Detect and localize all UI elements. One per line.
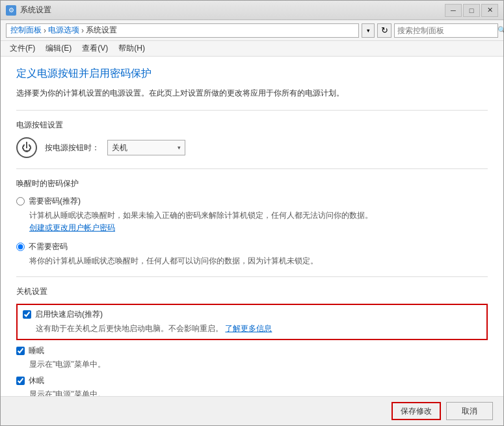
window-title: 系统设置: [20, 5, 445, 16]
no-password-label: 不需要密码: [29, 241, 68, 252]
minimize-button[interactable]: ─: [445, 4, 462, 17]
footer: 保存修改 取消: [1, 396, 503, 425]
page-title: 定义电源按钮并启用密码保护: [16, 67, 488, 81]
hibernate-label: 休眠: [29, 375, 44, 386]
divider-1: [16, 110, 488, 111]
breadcrumb-sep2: ›: [81, 26, 84, 35]
address-dropdown-button[interactable]: ▾: [362, 23, 375, 38]
maximize-button[interactable]: □: [463, 4, 480, 17]
need-password-desc: 计算机从睡眠状态唤醒时，如果未输入正确的密码来解除计算机锁定，任何人都无法访问你…: [29, 209, 488, 234]
shutdown-section-title: 关机设置: [16, 286, 488, 297]
no-password-desc: 将你的计算机从睡眠状态唤醒时，任何人都可以访问你的数据，因为计算机未锁定。: [29, 255, 488, 267]
menu-view[interactable]: 查看(V): [78, 42, 112, 55]
breadcrumb-sep1: ›: [44, 26, 46, 35]
sleep-row: 睡眠: [16, 345, 488, 356]
address-bar: 控制面板 › 电源选项 › 系统设置 ▾ ↻ 🔍: [1, 20, 503, 41]
menu-help[interactable]: 帮助(H): [114, 42, 149, 55]
power-button-value: 关机: [112, 142, 178, 153]
power-icon: ⏻: [16, 137, 37, 158]
menu-edit[interactable]: 编辑(E): [42, 42, 75, 55]
need-password-label: 需要密码(推荐): [29, 196, 81, 207]
search-input[interactable]: [395, 26, 497, 35]
divider-2: [16, 168, 488, 169]
learn-more-link[interactable]: 了解更多信息: [225, 324, 272, 333]
breadcrumb-controlpanel[interactable]: 控制面板: [10, 25, 42, 36]
power-button-dropdown[interactable]: 关机 ▾: [107, 140, 185, 155]
power-button-section-title: 电源按钮设置: [16, 120, 488, 131]
power-button-label: 按电源按钮时：: [45, 142, 99, 153]
no-password-row: 不需要密码: [16, 241, 488, 252]
create-password-link[interactable]: 创建或更改用户帐户密码: [29, 223, 115, 232]
need-password-row: 需要密码(推荐): [16, 196, 488, 207]
sleep-group: 睡眠 显示在"电源"菜单中。: [16, 345, 488, 370]
fast-startup-desc: 这有助于在关机之后更快地启动电脑。不会影响重启。 了解更多信息: [36, 323, 481, 335]
breadcrumb-poweroptions[interactable]: 电源选项: [48, 25, 79, 36]
need-password-desc-text: 计算机从睡眠状态唤醒时，如果未输入正确的密码来解除计算机锁定，任何人都无法访问你…: [29, 211, 373, 220]
chevron-down-icon: ▾: [178, 144, 181, 151]
cancel-button[interactable]: 取消: [446, 402, 493, 420]
sleep-checkbox[interactable]: [16, 347, 25, 355]
window-controls: ─ □ ✕: [445, 4, 498, 17]
no-password-radio[interactable]: [16, 243, 25, 251]
wakeup-section-title: 唤醒时的密码保护: [16, 178, 488, 189]
divider-3: [16, 276, 488, 277]
hibernate-row: 休眠: [16, 375, 488, 386]
sleep-label: 睡眠: [29, 345, 44, 356]
search-icon[interactable]: 🔍: [497, 24, 504, 37]
breadcrumb[interactable]: 控制面板 › 电源选项 › 系统设置: [6, 23, 359, 38]
search-box: 🔍: [394, 23, 498, 38]
hibernate-group: 休眠 显示在"电源"菜单中。: [16, 375, 488, 396]
power-button-row: ⏻ 按电源按钮时： 关机 ▾: [16, 137, 488, 158]
close-button[interactable]: ✕: [481, 4, 498, 17]
menu-bar: 文件(F) 编辑(E) 查看(V) 帮助(H): [1, 41, 503, 57]
title-bar: ⚙ 系统设置 ─ □ ✕: [1, 1, 503, 20]
need-password-radio[interactable]: [16, 197, 25, 206]
page-description: 选择要为你的计算机设置的电源设置。在此页上对设置所做的更改将应用于你所有的电源计…: [16, 87, 488, 100]
refresh-button[interactable]: ↻: [377, 23, 391, 38]
hibernate-desc: 显示在"电源"菜单中。: [29, 389, 488, 396]
fast-startup-desc-text: 这有助于在关机之后更快地启动电脑。不会影响重启。: [36, 324, 223, 333]
window-icon: ⚙: [6, 5, 16, 16]
fast-startup-label: 启用快速启动(推荐): [35, 309, 103, 320]
fast-startup-checkbox[interactable]: [23, 310, 31, 319]
sleep-desc: 显示在"电源"菜单中。: [29, 359, 488, 370]
fast-startup-highlight-box: 启用快速启动(推荐) 这有助于在关机之后更快地启动电脑。不会影响重启。 了解更多…: [16, 304, 488, 340]
fast-startup-row: 启用快速启动(推荐): [23, 309, 481, 320]
save-button[interactable]: 保存修改: [391, 402, 441, 420]
password-radio-group: 需要密码(推荐) 计算机从睡眠状态唤醒时，如果未输入正确的密码来解除计算机锁定，…: [16, 196, 488, 267]
main-content: 定义电源按钮并启用密码保护 选择要为你的计算机设置的电源设置。在此页上对设置所做…: [1, 57, 503, 396]
content-area: 定义电源按钮并启用密码保护 选择要为你的计算机设置的电源设置。在此页上对设置所做…: [1, 57, 503, 396]
main-window: ⚙ 系统设置 ─ □ ✕ 控制面板 › 电源选项 › 系统设置 ▾ ↻ 🔍 文件…: [0, 0, 504, 426]
menu-file[interactable]: 文件(F): [6, 42, 39, 55]
hibernate-checkbox[interactable]: [16, 377, 25, 385]
breadcrumb-current: 系统设置: [86, 25, 117, 36]
